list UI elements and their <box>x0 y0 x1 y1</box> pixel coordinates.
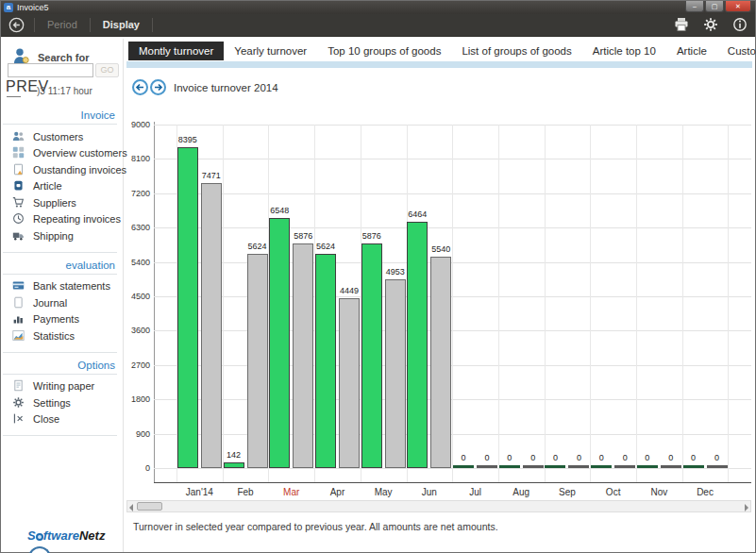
x-tick-label-apr: Apr <box>314 487 361 497</box>
y-tick-label: 2700 <box>131 360 150 370</box>
scroll-left-arrow-icon[interactable] <box>129 504 133 511</box>
x-tick-label-aug: Aug <box>498 487 545 497</box>
sidebar-item-shipping[interactable]: Shipping <box>1 227 119 244</box>
y-tick-label: 4500 <box>131 292 150 301</box>
section-divider <box>3 352 117 353</box>
bar-value-label: 0 <box>697 453 738 462</box>
tab-customers[interactable]: Customers <box>717 42 756 60</box>
x-tick-label-jun: Jun <box>407 487 453 497</box>
gridline <box>590 125 591 482</box>
chart-horizontal-scrollbar[interactable] <box>126 500 751 512</box>
bar-current-year-sep <box>545 465 565 468</box>
toolbar-period[interactable]: Period <box>35 14 90 36</box>
sidebar-item-label: Article <box>33 180 62 192</box>
close-window-button[interactable]: ✕ <box>725 1 751 12</box>
tab-montly-turnover[interactable]: Montly turnover <box>128 42 224 60</box>
minimize-button[interactable]: – <box>685 1 704 12</box>
gridline <box>498 125 499 482</box>
bar-value-label: 5876 <box>282 231 324 241</box>
sidebar-item-article[interactable]: Article <box>1 178 119 195</box>
scroll-right-arrow-icon[interactable] <box>745 504 748 511</box>
bar-current-year-may <box>361 243 382 468</box>
toolbar: Period Display <box>1 14 755 37</box>
sidebar-item-journal[interactable]: Journal <box>1 294 119 311</box>
toolbar-display[interactable]: Display <box>91 14 152 36</box>
y-tick-label: 3600 <box>131 326 150 335</box>
bar-current-year-dec <box>683 465 704 468</box>
bar-previous-year-may <box>385 279 406 468</box>
sidebar-item-label: Customers <box>33 131 83 142</box>
outstanding-invoices-icon <box>12 163 25 176</box>
bar-value-label: 8395 <box>167 135 209 144</box>
y-tick-label: 6300 <box>131 223 150 232</box>
section-divider <box>3 374 117 375</box>
sidebar-section-header-evaluation: evaluation <box>1 258 119 273</box>
scrollbar-thumb[interactable] <box>137 502 162 511</box>
bar-current-year-jul <box>453 465 474 468</box>
sidebar-item-settings[interactable]: Settings <box>1 394 119 411</box>
section-divider <box>3 435 117 436</box>
tab-top-10-groups-of-goods[interactable]: Top 10 groups of goods <box>317 42 451 60</box>
y-tick-label: 5400 <box>131 258 150 267</box>
tab-list-of-groups-of-goods[interactable]: List of groups of goods <box>451 42 581 60</box>
gridline <box>452 125 453 482</box>
y-axis-line <box>154 122 155 483</box>
sidebar-item-label: Journal <box>33 297 67 309</box>
tab-yearly-turnover[interactable]: Yearly turnover <box>224 42 317 60</box>
sidebar-item-oustanding-invoices[interactable]: Oustanding invoices <box>1 161 119 178</box>
y-tick-label: 1800 <box>131 394 150 404</box>
search-go-button[interactable]: GO <box>95 63 119 77</box>
window-controls: – ▢ ✕ <box>684 1 751 12</box>
sidebar-item-label: Repeating invoices <box>33 213 121 225</box>
y-tick-label: 8100 <box>131 154 150 163</box>
info-icon[interactable] <box>732 17 748 32</box>
gear-icon[interactable] <box>703 17 718 32</box>
sidebar-item-customers[interactable]: Customers <box>1 128 119 145</box>
bar-value-label: 6548 <box>259 206 300 215</box>
sidebar-item-statistics[interactable]: Statistics <box>1 327 119 344</box>
sidebar-item-overview-customers[interactable]: Overview customers <box>1 145 119 162</box>
sidebar-item-label: Bank statements <box>33 280 110 292</box>
bar-current-year-aug <box>499 465 520 468</box>
back-button[interactable] <box>8 17 25 33</box>
article-icon <box>12 179 25 193</box>
x-tick-label-dec: Dec <box>682 487 729 497</box>
window-title: Invoice5 <box>17 3 49 12</box>
sidebar-item-repeating-invoices[interactable]: Repeating invoices <box>1 211 119 228</box>
section-divider <box>3 124 117 125</box>
globe-icon <box>36 533 43 541</box>
turnover-bar-chart: 83957471Jan'141425624Feb65485876Mar56244… <box>154 125 751 483</box>
bar-value-label: 5876 <box>351 231 393 241</box>
bar-value-label: 7471 <box>191 171 232 180</box>
tab-bar: Montly turnoverYearly turnoverTop 10 gro… <box>128 42 756 60</box>
bar-previous-year-nov <box>661 465 681 468</box>
maximize-button[interactable]: ▢ <box>705 1 724 12</box>
bar-value-label: 6464 <box>396 209 438 219</box>
bar-current-year-oct <box>591 465 612 468</box>
x-tick-label-sep: Sep <box>545 487 591 497</box>
sidebar-item-bank-statements[interactable]: Bank statements <box>1 278 119 295</box>
softwarenetz-logo: SftwareNetz <box>27 528 105 543</box>
section-divider <box>3 252 117 253</box>
overview-customers-icon <box>12 146 25 159</box>
tab-article[interactable]: Article <box>666 42 717 60</box>
search-label: Search for <box>38 52 89 63</box>
tab-article-top-10[interactable]: Article top 10 <box>582 42 666 60</box>
gridline <box>545 125 546 482</box>
sidebar-item-suppliers[interactable]: Suppliers <box>1 194 119 211</box>
previous-year-button[interactable] <box>132 79 148 95</box>
bar-previous-year-mar <box>293 243 313 468</box>
next-year-button[interactable] <box>150 79 166 95</box>
sidebar-item-writing-paper[interactable]: Writing paper <box>1 378 119 395</box>
tab-underline-band <box>126 61 752 68</box>
sidebar-item-payments[interactable]: Payments <box>1 311 119 328</box>
sidebar-item-label: Shipping <box>33 230 74 242</box>
sidebar-item-label: Oustanding invoices <box>33 164 126 176</box>
prev-underline <box>7 96 21 97</box>
shipping-icon <box>12 229 25 243</box>
sidebar-item-close[interactable]: Close <box>1 411 119 428</box>
bar-current-year-jun <box>407 222 428 468</box>
printer-icon[interactable] <box>674 17 689 32</box>
close-icon <box>12 412 25 426</box>
search-input[interactable] <box>8 63 93 77</box>
